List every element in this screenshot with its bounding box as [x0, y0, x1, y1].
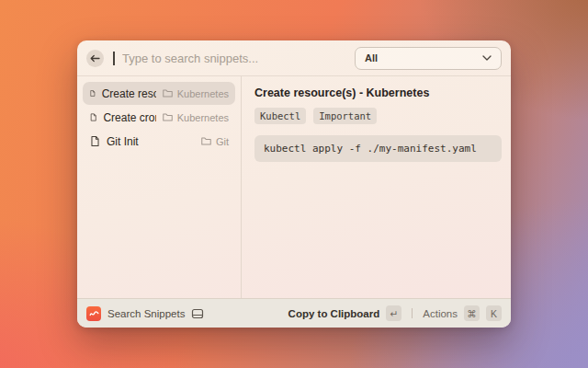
- document-icon: [89, 87, 96, 99]
- command-keycap[interactable]: ⌘: [464, 305, 480, 321]
- k-keycap[interactable]: K: [486, 305, 502, 321]
- snippet-name: Git Init: [107, 135, 139, 148]
- folder-icon: [162, 87, 174, 99]
- status-bar: Search Snippets Copy to Clipboard ↵ Acti…: [77, 298, 511, 328]
- desktop-wallpaper: { "colors": { "wallpaper_tl": "#f28b4e",…: [0, 0, 588, 368]
- raycast-glyph-icon: [89, 309, 99, 317]
- statusbar-divider: [412, 308, 413, 318]
- snippet-folder: Kubernetes: [162, 87, 229, 99]
- tag-chip: Important: [313, 108, 377, 124]
- filter-dropdown-value: All: [365, 52, 477, 63]
- snippet-list: Create resource(s) Kubernetes Create cro…: [77, 76, 242, 298]
- return-keycap[interactable]: ↵: [386, 305, 401, 321]
- snippet-list-item[interactable]: Create resource(s) Kubernetes: [83, 82, 235, 105]
- snippet-name: Create resource(s): [102, 87, 156, 100]
- snippet-folder-name: Git: [216, 136, 229, 147]
- snippet-folder-name: Kubernetes: [177, 88, 229, 99]
- snippets-window: All Create resource(s) Kubernetes Create…: [77, 40, 511, 328]
- raycast-app-icon: [86, 306, 101, 321]
- document-icon: [89, 111, 97, 123]
- snippet-list-item[interactable]: Git Init Git: [83, 130, 235, 153]
- tag-list: KubectlImportant: [254, 108, 502, 124]
- search-input[interactable]: [122, 52, 347, 65]
- search-bar: All: [77, 40, 511, 76]
- app-name-label: Search Snippets: [107, 308, 185, 319]
- folder-icon: [162, 111, 174, 123]
- snippet-folder: Git: [200, 135, 229, 147]
- snippet-code-block: kubectl apply -f ./my-manifest.yaml: [254, 135, 502, 162]
- copy-to-clipboard-button[interactable]: Copy to Clipboard: [288, 308, 380, 319]
- snippet-list-item[interactable]: Create cronjob Kubernetes: [83, 106, 235, 129]
- tag-chip: Kubectl: [254, 108, 306, 124]
- filter-dropdown[interactable]: All: [355, 47, 502, 70]
- snippet-folder-name: Kubernetes: [177, 112, 229, 123]
- content-area: Create resource(s) Kubernetes Create cro…: [77, 76, 511, 298]
- back-button[interactable]: [86, 50, 104, 67]
- snippet-name: Create cronjob: [103, 111, 155, 124]
- snippet-detail-panel: Create resource(s) - Kubernetes KubectlI…: [242, 76, 511, 298]
- window-dock-icon: [191, 308, 204, 319]
- snippet-folder: Kubernetes: [162, 111, 229, 123]
- text-cursor: [113, 52, 115, 65]
- folder-icon: [200, 135, 212, 147]
- back-arrow-icon: [90, 54, 100, 63]
- chevron-down-icon: [482, 55, 492, 61]
- actions-button[interactable]: Actions: [423, 308, 458, 319]
- document-icon: [89, 135, 101, 147]
- snippet-title: Create resource(s) - Kubernetes: [254, 86, 502, 99]
